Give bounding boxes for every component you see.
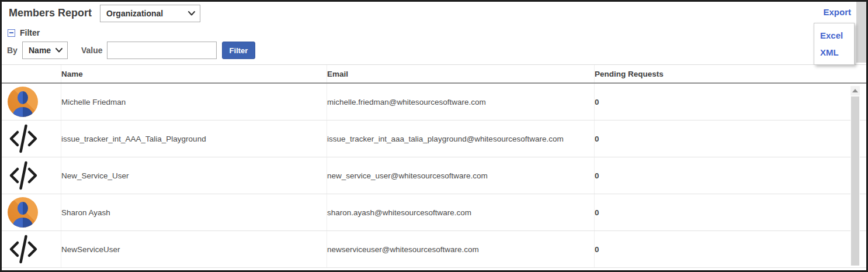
- table-header-row: Name Email Pending Requests: [2, 65, 866, 84]
- filter-section-header: Filter: [8, 28, 40, 37]
- member-email: newserviceuser@whitesourcesoftware.com: [327, 231, 595, 267]
- member-name: NewServiceUser: [61, 231, 327, 267]
- value-label: Value: [81, 46, 103, 55]
- member-pending-requests: 0: [595, 231, 866, 267]
- pending-column-header: Pending Requests: [595, 65, 866, 82]
- scrollbar-up-arrow-icon[interactable]: [850, 86, 860, 95]
- filter-value-input[interactable]: [107, 42, 217, 59]
- report-scope-value: Organizational: [106, 9, 163, 18]
- table-row[interactable]: NewServiceUser newserviceuser@whitesourc…: [2, 231, 866, 268]
- member-type-icon: [8, 160, 39, 191]
- member-name: Michelle Friedman: [61, 84, 327, 120]
- table-row[interactable]: New_Service_User new_service_user@whites…: [2, 157, 866, 194]
- member-type-icon: [8, 234, 39, 264]
- table-row[interactable]: Michelle Friedman michelle.friedman@whit…: [2, 84, 866, 120]
- member-pending-requests: 0: [595, 120, 866, 157]
- user-avatar-icon: [8, 87, 38, 117]
- name-column-header: Name: [61, 65, 327, 82]
- member-email: issue_tracker_int_aaa_talia_playground@w…: [327, 120, 595, 157]
- member-pending-requests: 0: [595, 84, 866, 120]
- table-row[interactable]: Sharon Ayash sharon.ayash@whitesourcesof…: [2, 194, 866, 231]
- filter-by-value: Name: [29, 46, 51, 55]
- member-email: new_service_user@whitesourcesoftware.com: [327, 157, 595, 194]
- filter-button[interactable]: Filter: [222, 42, 255, 59]
- export-menu: Excel XML: [814, 23, 855, 65]
- chevron-down-icon: [188, 11, 195, 16]
- export-xml-link[interactable]: XML: [814, 44, 854, 61]
- table-body: Michelle Friedman michelle.friedman@whit…: [2, 84, 866, 268]
- export-excel-link[interactable]: Excel: [814, 27, 854, 44]
- collapse-minus-icon[interactable]: [8, 29, 15, 37]
- by-label: By: [7, 46, 18, 55]
- service-user-code-icon: [8, 160, 39, 191]
- member-pending-requests: 0: [595, 157, 866, 194]
- member-email: sharon.ayash@whitesourcesoftware.com: [327, 194, 595, 230]
- member-email: michelle.friedman@whitesourcesoftware.co…: [327, 84, 595, 120]
- member-name: issue_tracker_int_AAA_Talia_Playground: [61, 120, 327, 157]
- service-user-code-icon: [8, 234, 39, 264]
- filter-controls: By Name Value Filter: [2, 42, 866, 59]
- icon-column-header: [2, 65, 61, 82]
- member-type-icon: [8, 87, 39, 117]
- chevron-down-icon: [55, 48, 63, 53]
- filter-by-select[interactable]: Name: [22, 42, 68, 59]
- member-type-icon: [8, 123, 39, 154]
- members-table: Name Email Pending Requests Michelle Fri…: [2, 64, 866, 270]
- report-scope-select[interactable]: Organizational: [100, 5, 200, 22]
- member-name: Sharon Ayash: [61, 194, 327, 230]
- export-button[interactable]: Export: [823, 7, 851, 17]
- member-pending-requests: 0: [595, 194, 866, 230]
- user-avatar-icon: [8, 197, 38, 228]
- scrollbar-thumb[interactable]: [851, 97, 859, 266]
- member-type-icon: [8, 197, 39, 228]
- table-scrollbar[interactable]: [850, 86, 860, 266]
- filter-section-label: Filter: [20, 28, 40, 37]
- page-title: Members Report: [9, 7, 92, 19]
- service-user-code-icon: [8, 123, 39, 154]
- member-name: New_Service_User: [61, 157, 327, 194]
- table-row[interactable]: issue_tracker_int_AAA_Talia_Playground i…: [2, 120, 866, 157]
- members-report-page: Members Report Organizational Export Exc…: [0, 0, 868, 272]
- email-column-header: Email: [327, 65, 595, 82]
